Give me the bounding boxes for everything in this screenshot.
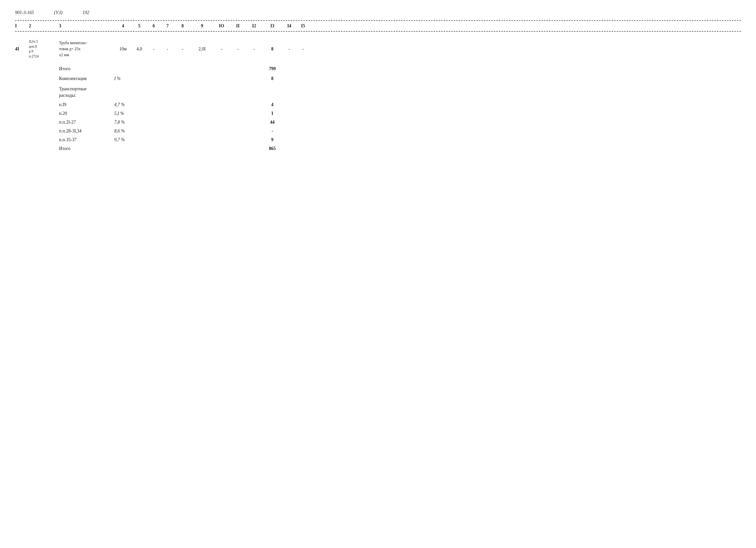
col-header-4: 4 xyxy=(114,23,132,29)
transport-row: п.п.2I-277,8 %44 xyxy=(15,120,741,125)
transport-total-label: Итого xyxy=(59,146,114,151)
row-col9: 2,0I xyxy=(191,46,213,52)
transport-row-value: 4 xyxy=(262,102,282,107)
transport-row-percent: 5,I % xyxy=(114,111,132,116)
transport-row-percent: 7,8 % xyxy=(114,120,132,125)
row-col5: 4,0 xyxy=(132,46,147,52)
row-col12: - xyxy=(246,46,262,52)
row-col11: - xyxy=(230,46,246,52)
transport-row: п.п.35-379,7 %9 xyxy=(15,137,741,143)
transport-row: п.п.28-3I,348,6 %- xyxy=(15,128,741,134)
col-header-8: 8 xyxy=(174,23,191,29)
transport-row-value: I xyxy=(262,111,282,116)
col-header-7: 7 xyxy=(161,23,174,29)
transport-row-percent: 8,6 % xyxy=(114,128,132,134)
row-col13: 8 xyxy=(262,46,282,52)
col-header-2: 2 xyxy=(29,23,59,29)
transport-row-percent: 4,7 % xyxy=(114,102,132,107)
transport-row-percent: 9,7 % xyxy=(114,137,132,143)
row-col6: - xyxy=(147,46,161,52)
transport-row-label: п.п.28-3I,34 xyxy=(59,128,114,134)
transport-section: Транспортныерасходы:п.I94,7 %4п.205,I %I… xyxy=(15,86,741,151)
table-row: 4I Ц.Iч.5 доп.8 р.9 п.2724 Труба винипла… xyxy=(15,39,741,59)
transport-row: п.I94,7 %4 xyxy=(15,102,741,107)
summary-section: Итого799КомплектацияI %8 xyxy=(15,66,741,81)
transport-total-value: 865 xyxy=(262,146,282,151)
transport-total-row: Итого865 xyxy=(15,146,741,151)
transport-row-label: п.п.2I-27 xyxy=(59,120,114,125)
transport-row-value: - xyxy=(262,128,282,134)
col-header-6: 6 xyxy=(147,23,161,29)
row-code: Ц.Iч.5 доп.8 р.9 п.2724 xyxy=(29,39,59,59)
transport-row-value: 9 xyxy=(262,137,282,143)
summary-label: Комплектация xyxy=(59,76,114,81)
document-header: 901-3-165 (У.I) 192 xyxy=(15,10,741,15)
row-col8: - xyxy=(174,46,191,52)
col-header-13: I3 xyxy=(262,23,282,29)
row-description: Труба виниплас- товая д= 25х x2 мм xyxy=(59,40,114,58)
page-number: 192 xyxy=(82,10,89,15)
col-header-11: II xyxy=(230,23,246,29)
summary-value: 8 xyxy=(262,76,282,81)
column-headers: I 2 3 4 5 6 7 8 9 IO II I2 I3 I4 I5 xyxy=(15,21,741,31)
summary-row: Итого799 xyxy=(15,66,741,72)
summary-percent: I % xyxy=(114,76,132,81)
row-col15: - xyxy=(296,46,310,52)
doc-number: 901-3-165 xyxy=(15,10,34,15)
row-number: 4I xyxy=(15,46,29,52)
row-col4: 10м xyxy=(114,46,132,52)
transport-row-label: п.20 xyxy=(59,111,114,116)
row-col10: - xyxy=(213,46,230,52)
col-header-9: 9 xyxy=(191,23,213,29)
row-col14: - xyxy=(282,46,296,52)
summary-label: Итого xyxy=(59,66,114,72)
transport-row-label: п.п.35-37 xyxy=(59,137,114,143)
summary-row: КомплектацияI %8 xyxy=(15,76,741,81)
col-header-3: 3 xyxy=(59,23,114,29)
transport-header: Транспортныерасходы: xyxy=(15,86,741,98)
section: (У.I) xyxy=(54,10,62,15)
col-header-5: 5 xyxy=(132,23,147,29)
bottom-divider xyxy=(15,31,741,32)
transport-row: п.205,I %I xyxy=(15,111,741,116)
col-header-12: I2 xyxy=(246,23,262,29)
transport-row-label: п.I9 xyxy=(59,102,114,107)
col-header-15: I5 xyxy=(296,23,310,29)
summary-value: 799 xyxy=(262,66,282,72)
row-col7: - xyxy=(161,46,174,52)
col-header-10: IO xyxy=(213,23,230,29)
col-header-1: I xyxy=(15,23,29,29)
col-header-14: I4 xyxy=(282,23,296,29)
transport-row-value: 44 xyxy=(262,120,282,125)
transport-header-label: Транспортныерасходы: xyxy=(59,86,114,98)
